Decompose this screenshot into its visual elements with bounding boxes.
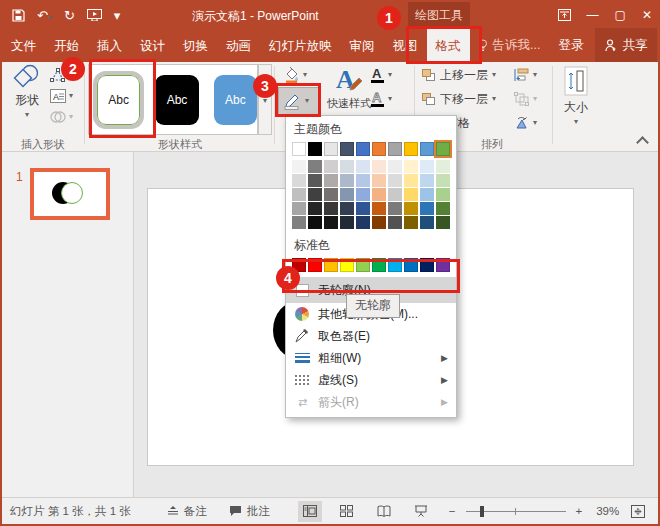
color-swatch[interactable] [324, 188, 338, 201]
color-swatch[interactable] [404, 142, 418, 156]
color-swatch[interactable] [436, 216, 450, 229]
redo-icon[interactable]: ↻ [64, 9, 75, 22]
zoom-percentage[interactable]: 39% [596, 505, 619, 517]
bring-forward-button[interactable]: 上移一层 ▾ [422, 65, 496, 85]
color-swatch[interactable] [436, 188, 450, 201]
color-swatch[interactable] [356, 174, 370, 187]
color-swatch[interactable] [292, 188, 306, 201]
shapes-gallery-button[interactable]: 形状 ▾ [7, 64, 47, 119]
shape-style-1[interactable]: Abc [97, 75, 140, 125]
close-button[interactable]: ✕ [642, 8, 652, 22]
menu-item-eyedropper[interactable]: 取色器(E) [286, 325, 456, 347]
color-swatch[interactable] [404, 174, 418, 187]
color-swatch[interactable] [308, 258, 322, 272]
tab-format[interactable]: 格式 [427, 28, 470, 62]
text-fill-button[interactable]: A ▾ [370, 65, 392, 85]
fit-to-window-button[interactable] [631, 505, 645, 518]
color-swatch[interactable] [308, 216, 322, 229]
slide-1-thumbnail[interactable] [30, 168, 110, 220]
minimize-button[interactable]: — [587, 8, 599, 22]
color-swatch[interactable] [388, 142, 402, 156]
merge-shapes-button[interactable]: ▾ [50, 107, 73, 127]
color-swatch[interactable] [292, 160, 306, 173]
menu-item-weight[interactable]: 粗细(W) ▶ [286, 347, 456, 369]
color-swatch[interactable] [372, 188, 386, 201]
slide-sorter-view-button[interactable] [335, 501, 359, 522]
zoom-out-button[interactable]: − [449, 505, 456, 517]
color-swatch[interactable] [404, 216, 418, 229]
normal-view-button[interactable] [298, 501, 322, 522]
color-swatch[interactable] [356, 188, 370, 201]
color-swatch[interactable] [388, 188, 402, 201]
tab-review[interactable]: 审阅 [341, 28, 384, 62]
color-swatch[interactable] [356, 142, 370, 156]
tab-view[interactable]: 视图 [384, 28, 427, 62]
color-swatch[interactable] [308, 174, 322, 187]
color-swatch[interactable] [356, 216, 370, 229]
send-backward-button[interactable]: 下移一层 ▾ [422, 89, 496, 109]
color-swatch[interactable] [372, 258, 386, 272]
color-swatch[interactable] [356, 258, 370, 272]
color-swatch[interactable] [420, 174, 434, 187]
color-swatch[interactable] [372, 174, 386, 187]
comments-toggle[interactable]: 批注 [229, 504, 270, 519]
color-swatch[interactable] [388, 174, 402, 187]
color-swatch[interactable] [372, 142, 386, 156]
color-swatch[interactable] [292, 216, 306, 229]
zoom-slider[interactable] [466, 511, 566, 512]
color-swatch[interactable] [324, 142, 338, 156]
color-swatch[interactable] [420, 142, 434, 156]
color-swatch[interactable] [404, 258, 418, 272]
color-swatch[interactable] [436, 202, 450, 215]
color-swatch[interactable] [420, 202, 434, 215]
slideshow-view-button[interactable] [409, 501, 433, 522]
shape-style-3[interactable]: Abc [214, 75, 257, 125]
text-outline-button[interactable]: A ▾ [370, 89, 392, 109]
text-box-button[interactable]: A ▾ [50, 86, 73, 106]
color-swatch[interactable] [420, 160, 434, 173]
tab-home[interactable]: 开始 [45, 28, 88, 62]
zoom-slider-handle[interactable] [480, 506, 484, 517]
color-swatch[interactable] [420, 216, 434, 229]
color-swatch[interactable] [308, 142, 322, 156]
color-swatch[interactable] [340, 174, 354, 187]
collapse-ribbon-button[interactable] [638, 138, 647, 147]
tab-slideshow[interactable]: 幻灯片放映 [260, 28, 341, 62]
start-slideshow-icon[interactable] [87, 9, 102, 21]
color-swatch[interactable] [436, 174, 450, 187]
color-swatch[interactable] [340, 202, 354, 215]
maximize-button[interactable]: ▢ [615, 8, 626, 22]
menu-item-dashes[interactable]: 虚线(S) ▶ [286, 369, 456, 391]
color-swatch[interactable] [340, 188, 354, 201]
ribbon-display-options-icon[interactable] [558, 9, 571, 21]
rotate-button[interactable]: ▾ [514, 113, 537, 133]
color-swatch[interactable] [436, 160, 450, 173]
quick-styles-button[interactable]: A 快速样式 [327, 64, 371, 111]
color-swatch[interactable] [292, 202, 306, 215]
reading-view-button[interactable] [372, 501, 396, 522]
color-swatch[interactable] [324, 202, 338, 215]
color-swatch[interactable] [404, 202, 418, 215]
color-swatch[interactable] [356, 160, 370, 173]
color-swatch[interactable] [372, 160, 386, 173]
shape-style-2[interactable]: Abc [155, 75, 198, 125]
color-swatch[interactable] [388, 202, 402, 215]
color-swatch[interactable] [372, 216, 386, 229]
color-swatch[interactable] [420, 258, 434, 272]
customize-qat-icon[interactable]: ▾ [114, 9, 121, 22]
color-swatch[interactable] [324, 258, 338, 272]
tab-animations[interactable]: 动画 [217, 28, 260, 62]
color-swatch[interactable] [356, 202, 370, 215]
sign-in-button[interactable]: 登录 [550, 37, 591, 54]
shape-fill-button[interactable]: ▾ [279, 64, 321, 86]
color-swatch[interactable] [324, 160, 338, 173]
color-swatch[interactable] [340, 216, 354, 229]
color-swatch[interactable] [388, 160, 402, 173]
color-swatch[interactable] [388, 216, 402, 229]
tab-transitions[interactable]: 切换 [174, 28, 217, 62]
tab-design[interactable]: 设计 [131, 28, 174, 62]
color-swatch[interactable] [388, 258, 402, 272]
notes-toggle[interactable]: 备注 [167, 504, 207, 519]
color-swatch[interactable] [308, 188, 322, 201]
zoom-in-button[interactable]: + [576, 505, 583, 517]
